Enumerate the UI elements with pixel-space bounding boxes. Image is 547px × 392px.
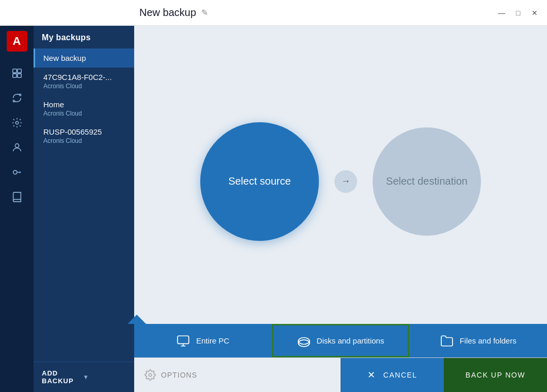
gear-icon — [144, 369, 156, 381]
window-controls: — □ ✕ — [495, 7, 541, 19]
svg-point-14 — [149, 373, 152, 377]
nav-item-sub-backup-1: Acronis Cloud — [43, 83, 126, 90]
cancel-label: CANCEL — [383, 371, 417, 379]
title-bar: New backup ✎ — □ ✕ — [0, 0, 547, 26]
nav-item-sub-backup-3: Acronis Cloud — [43, 137, 126, 144]
select-destination-button[interactable]: Select destination — [373, 127, 481, 236]
action-bar: OPTIONS ✕ CANCEL BACK UP NOW — [134, 357, 547, 392]
options-button[interactable]: OPTIONS — [134, 358, 341, 392]
add-backup-chevron-icon: ▾ — [84, 373, 126, 381]
select-source-button[interactable]: Select source — [200, 122, 319, 241]
workspace: Select source → Select destination — [134, 26, 547, 357]
disk-icon — [297, 334, 311, 348]
svg-rect-7 — [178, 336, 189, 344]
sidebar-icon-book[interactable] — [4, 186, 30, 208]
sidebar: A — [0, 26, 34, 392]
svg-rect-0 — [12, 69, 16, 73]
minimize-button[interactable]: — — [495, 7, 508, 19]
backup-now-button[interactable]: BACK UP NOW — [444, 358, 547, 392]
svg-rect-3 — [17, 74, 21, 77]
nav-item-name-backup-1: 47C9C1A8-F0C2-... — [43, 73, 126, 81]
add-backup-button[interactable]: ADD BACKUP ▾ — [34, 362, 134, 392]
sidebar-icon-backups[interactable] — [4, 62, 30, 85]
source-label: Select source — [228, 175, 291, 187]
source-tabs: Entire PC Disks and partitions — [134, 324, 547, 357]
cancel-button[interactable]: ✕ CANCEL — [341, 358, 444, 392]
tab-files-folders[interactable]: Files and folders — [409, 324, 547, 357]
sidebar-icon-key[interactable] — [4, 161, 30, 184]
main-layout: A My backups New backup — [0, 26, 547, 392]
circles-container: Select source → Select destination — [200, 122, 481, 241]
svg-rect-2 — [12, 74, 16, 77]
tab-files-folders-label: Files and folders — [460, 336, 517, 345]
nav-item-backup-1[interactable]: 47C9C1A8-F0C2-... Acronis Cloud — [34, 68, 134, 95]
arrow-icon: → — [341, 176, 350, 187]
sidebar-icon-sync[interactable] — [4, 87, 30, 109]
svg-point-4 — [15, 121, 19, 124]
cancel-x-icon: ✕ — [367, 369, 376, 381]
nav-item-sub-backup-2: Acronis Cloud — [43, 110, 126, 117]
svg-point-6 — [13, 170, 17, 174]
maximize-button[interactable]: □ — [512, 7, 524, 19]
folder-icon — [440, 334, 454, 348]
nav-panel: My backups New backup 47C9C1A8-F0C2-... … — [34, 26, 134, 392]
svg-rect-1 — [17, 69, 21, 73]
app-logo: A — [7, 31, 27, 52]
close-button[interactable]: ✕ — [528, 7, 541, 19]
arrow-indicator: → — [334, 170, 357, 193]
tab-entire-pc[interactable]: Entire PC — [134, 324, 272, 357]
tab-triangle — [127, 315, 146, 324]
triangle-pointer — [134, 315, 547, 324]
nav-item-name-backup-2: Home — [43, 100, 126, 109]
sidebar-icon-account[interactable] — [4, 136, 30, 159]
backup-label: BACK UP NOW — [465, 371, 525, 379]
monitor-icon — [176, 334, 190, 348]
title-bar-left: New backup ✎ — [0, 7, 208, 19]
dest-label: Select destination — [386, 175, 468, 187]
nav-item-new-backup[interactable]: New backup — [34, 48, 134, 68]
edit-title-icon[interactable]: ✎ — [201, 8, 208, 18]
nav-item-backup-2[interactable]: Home Acronis Cloud — [34, 95, 134, 122]
tab-entire-pc-label: Entire PC — [196, 336, 229, 345]
add-backup-label: ADD BACKUP — [42, 369, 84, 385]
nav-item-backup-3[interactable]: RUSP-00565925 Acronis Cloud — [34, 122, 134, 150]
content-area: Select source → Select destination — [134, 26, 547, 392]
window-title: New backup — [139, 7, 196, 19]
svg-point-5 — [15, 144, 19, 148]
tab-disks-partitions[interactable]: Disks and partitions — [272, 324, 410, 357]
nav-item-name-new-backup: New backup — [43, 54, 126, 62]
options-label: OPTIONS — [161, 371, 197, 379]
nav-panel-title: My backups — [34, 26, 134, 48]
app-container: New backup ✎ — □ ✕ A — [0, 0, 547, 392]
tab-disks-partitions-label: Disks and partitions — [317, 336, 384, 345]
nav-item-name-backup-3: RUSP-00565925 — [43, 127, 126, 136]
sidebar-icon-tools[interactable] — [4, 111, 30, 134]
